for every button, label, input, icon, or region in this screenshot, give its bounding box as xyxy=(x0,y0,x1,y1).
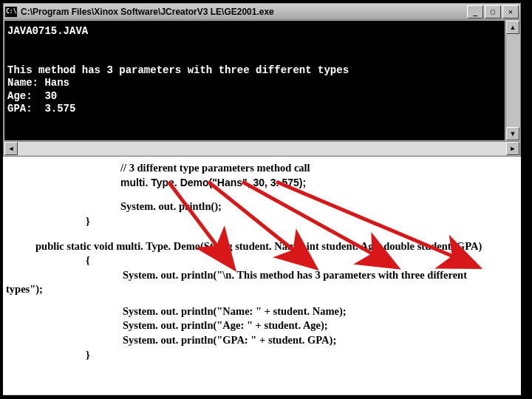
console-output: JAVA0715.JAVA This method has 3 paramete… xyxy=(4,21,505,140)
slide-frame: C:\Program Files\Xinox Software\JCreator… xyxy=(1,1,522,397)
console-window: C:\Program Files\Xinox Software\JCreator… xyxy=(3,3,521,157)
console-line: Name: Hans xyxy=(7,77,69,89)
code-method-call: multi. Type. Demo("Hans", 30, 3. 575); xyxy=(6,176,518,190)
console-line: JAVA0715.JAVA xyxy=(7,25,88,37)
console-line: Age: 30 xyxy=(7,90,57,102)
code-brace: { xyxy=(6,253,518,268)
scroll-right-icon[interactable]: ► xyxy=(506,142,519,155)
code-brace: } xyxy=(6,214,518,229)
cmd-icon xyxy=(5,7,17,17)
titlebar: C:\Program Files\Xinox Software\JCreator… xyxy=(4,4,520,20)
maximize-button[interactable]: ▢ xyxy=(485,5,501,18)
vertical-scrollbar[interactable]: ▲ ▼ xyxy=(505,21,519,140)
scroll-left-icon[interactable]: ◄ xyxy=(4,142,18,155)
code-line: System. out. println("\n. This method ha… xyxy=(6,268,518,283)
window-title: C:\Program Files\Xinox Software\JCreator… xyxy=(21,7,467,17)
code-line: System. out. println("Name: " + student.… xyxy=(6,304,518,319)
code-comment: // 3 different type parameters method ca… xyxy=(6,161,518,176)
scroll-track[interactable] xyxy=(18,142,506,155)
console-line: This method has 3 parameters with three … xyxy=(7,64,349,76)
window-buttons: _ ▢ ✕ xyxy=(467,5,519,18)
code-brace: } xyxy=(6,348,518,363)
horizontal-scrollbar[interactable]: ◄ ► xyxy=(4,141,519,155)
scroll-up-icon[interactable]: ▲ xyxy=(506,21,519,34)
code-line-wrap: types"); xyxy=(6,282,518,297)
code-line: System. out. println("GPA: " + student. … xyxy=(6,333,518,348)
close-button[interactable]: ✕ xyxy=(502,5,519,18)
code-method-signature: public static void multi. Type. Demo(Str… xyxy=(6,239,518,254)
code-panel: // 3 different type parameters method ca… xyxy=(3,157,521,395)
code-line: System. out. println(); xyxy=(6,200,518,214)
scroll-down-icon[interactable]: ▼ xyxy=(506,127,519,140)
console-line: GPA: 3.575 xyxy=(7,103,75,115)
code-line: System. out. println("Age: " + student. … xyxy=(6,318,518,333)
minimize-button[interactable]: _ xyxy=(467,5,483,18)
